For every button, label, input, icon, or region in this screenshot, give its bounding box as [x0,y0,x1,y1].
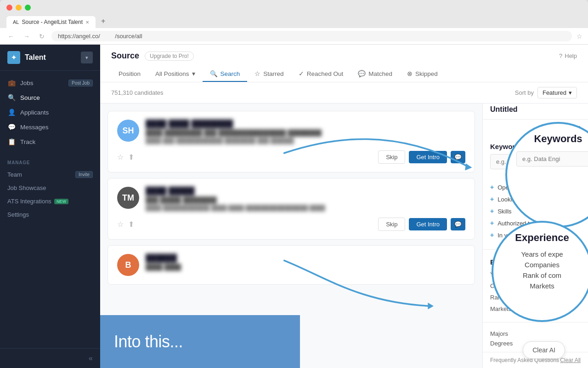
list-title-area [483,104,588,120]
candidate-header-2: TM ████ █████ ███ █████ ████████ ████ ██… [117,187,465,211]
sidebar-item-applicants[interactable]: 👤 Applicants [0,105,100,120]
collapse-icon: « [89,354,93,362]
exp-item-rank[interactable]: Rank of com [490,293,581,302]
sidebar-item-settings[interactable]: Settings [0,208,100,221]
message-button-2[interactable]: 💬 [451,218,465,230]
matched-label: Matched [368,70,392,77]
all-positions-label: All Positions [155,70,189,77]
filter-divider-2 [483,322,588,322]
filter-option-remote[interactable]: + Open to working remotely [490,181,581,193]
filter-options: + Open to working remotely + Looking for… [483,177,588,246]
url-input[interactable] [51,31,572,41]
star-icon-1[interactable]: ☆ [117,153,124,161]
save-new-button[interactable]: Save new [545,126,581,138]
new-tab-button[interactable]: + [96,14,110,28]
star-icon-2[interactable]: ☆ [117,220,124,229]
get-intro-button-1[interactable]: Get Intro [409,151,447,163]
main-tabs: Position All Positions ▾ 🔍 Search ☆ Star… [111,66,577,82]
sidebar-item-track[interactable]: 📋 Track [0,134,100,149]
candidate-name-1: ████ ████ ████████ [146,120,465,128]
keywords-input[interactable] [490,154,581,169]
tab-close-icon[interactable]: ✕ [85,20,89,25]
filter-option-network[interactable]: + In your network [490,229,581,241]
starred-icon: ☆ [254,70,260,77]
exp-item-companies[interactable]: Companies [490,281,581,291]
ats-label: ATS Integrations [7,198,51,205]
skip-button-2[interactable]: Skip [378,218,405,231]
share-icon-2[interactable]: ⬆ [128,220,134,229]
sidebar-item-job-showcase[interactable]: Job Showcase [0,181,100,195]
reached-out-label: Reached Out [307,70,344,77]
candidate-info-1: ████ ████ ████████ ████ █████████ ███ ██… [146,120,465,144]
sidebar-item-ats[interactable]: ATS Integrations NEW [0,195,100,208]
logo-text: Talent [25,53,46,62]
tab-bar: AL Source - AngelList Talent ✕ + [6,14,582,28]
tab-starred[interactable]: ☆ Starred [247,66,291,82]
education-section: Majors Degrees [483,326,588,351]
sidebar-label-messages: Messages [20,124,49,131]
matched-icon: 💬 [358,70,366,77]
filter-option-skills[interactable]: + Skills [490,205,581,217]
skip-button-1[interactable]: Skip [378,150,405,164]
applicants-icon: 👤 [7,109,16,116]
track-icon: 📋 [7,138,16,145]
post-job-badge[interactable]: Post Job [68,80,93,86]
bookmark-icon[interactable]: ☆ [577,33,582,40]
upgrade-button[interactable]: Upgrade to Pro! [145,52,194,61]
manage-section-label: MANAGE [0,154,100,168]
header-top-row: Source Upgrade to Pro! ? Help [111,51,577,61]
content-area: SH ████ ████ ████████ ████ █████████ ███… [100,104,588,368]
sidebar-item-team[interactable]: Team Invite [0,168,100,181]
candidate-avatar-3: B [117,254,139,276]
jobs-icon: 💼 [7,79,16,86]
refresh-button[interactable]: ↻ [37,32,47,41]
active-tab[interactable]: AL Source - AngelList Talent ✕ [6,16,96,28]
sidebar-item-jobs[interactable]: 💼 Jobs Post Job [0,75,100,90]
tab-reached-out[interactable]: ✓ Reached Out [291,66,351,82]
forward-button[interactable]: → [21,32,32,41]
sidebar-item-messages[interactable]: 💬 Messages [0,120,100,134]
sort-dropdown[interactable]: Featured ▾ [537,87,577,98]
filter-option-authorized[interactable]: + Authorized to work in U.S. [490,217,581,229]
faq-label[interactable]: Frequently Asked Questions [490,357,559,363]
get-intro-button-2[interactable]: Get Intro [409,218,447,230]
back-button[interactable]: ← [6,32,17,41]
sidebar-collapse-button[interactable]: « [0,348,100,368]
tab-search[interactable]: 🔍 Search [203,66,248,82]
filter-option-looking[interactable]: + Looking for [490,193,581,205]
tab-matched[interactable]: 💬 Matched [351,66,400,82]
help-button[interactable]: ? Help [559,52,577,59]
candidates-count: 751,310 candidates [111,89,163,96]
tab-skipped[interactable]: ⊗ Skipped [400,66,445,82]
candidate-info-3: ██████ ████ ████ [146,254,465,272]
logo-icon: ✦ [7,51,20,64]
clear-all-button[interactable]: Clear All [560,357,581,363]
share-icon-1[interactable]: ⬆ [128,153,134,161]
close-dot[interactable] [6,5,12,11]
user-avatar[interactable]: ▾ [81,52,93,63]
edu-degrees[interactable]: Degrees [490,339,581,348]
message-button-1[interactable]: 💬 [451,151,465,163]
filter-label-remote: Open to working remotely [498,184,565,191]
exp-item-years[interactable]: Years of expe [490,270,581,279]
plus-icon-remote: + [490,184,494,191]
maximize-dot[interactable] [25,5,31,11]
minimize-dot[interactable] [16,5,22,11]
sidebar-item-source[interactable]: 🔍 Source [0,90,100,105]
candidate-name-3: ██████ [146,254,465,262]
left-sidebar: ✦ Talent ▾ 💼 Jobs Post Job 🔍 Source 👤 Ap… [0,45,100,368]
candidate-card-1: SH ████ ████ ████████ ████ █████████ ███… [107,111,475,172]
tab-title: Source - AngelList Talent [22,19,83,25]
invite-badge[interactable]: Invite [75,171,93,178]
candidate-header-3: B ██████ ████ ████ [117,254,465,276]
filter-sidebar: Save new Keywords + Open to working remo… [482,104,588,368]
candidate-actions-1: ☆ ⬆ Skip Get Intro 💬 [117,150,465,164]
edu-majors[interactable]: Majors [490,329,581,339]
plus-icon-authorized: + [490,219,494,227]
list-title-input[interactable] [490,104,581,115]
experience-items: Years of expe Companies Rank of com Mark… [490,270,581,314]
sort-chevron-icon: ▾ [569,89,572,96]
filter-divider [483,249,588,250]
exp-item-markets[interactable]: Markets [490,304,581,314]
tab-all-positions[interactable]: All Positions ▾ [148,66,203,82]
